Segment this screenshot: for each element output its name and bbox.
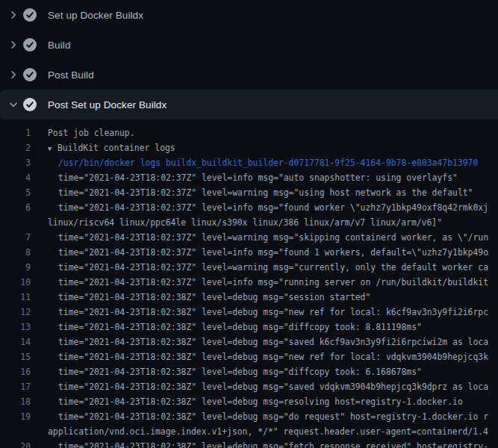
log-line-number[interactable]: 17 bbox=[0, 379, 31, 394]
log-line-text: time="2021-04-23T18:02:37Z" level=info m… bbox=[58, 245, 488, 260]
log-line-number[interactable]: 3 bbox=[0, 155, 31, 170]
log-line-text: /usr/bin/docker logs buildx_buildkit_bui… bbox=[58, 155, 478, 170]
log-line: linux/riscv64 linux/ppc64le linux/s390x … bbox=[0, 215, 498, 230]
steps-list: Set up Docker Buildx Build P bbox=[0, 0, 498, 119]
log-line-text: time="2021-04-23T18:02:37Z" level=info m… bbox=[58, 200, 488, 215]
log-line: 12 time="2021-04-23T18:02:38Z" level=deb… bbox=[0, 305, 498, 320]
log-line-number[interactable]: 4 bbox=[0, 170, 31, 185]
log-line-number[interactable]: 9 bbox=[0, 260, 31, 275]
log-line: 20 time="2021-04-23T18:02:38Z" level=deb… bbox=[0, 439, 498, 448]
log-line-number[interactable]: 19 bbox=[0, 409, 31, 424]
log-line-text: time="2021-04-23T18:02:38Z" level=debug … bbox=[58, 379, 488, 394]
log-line: 14 time="2021-04-23T18:02:38Z" level=deb… bbox=[0, 335, 498, 349]
log-line: 10 time="2021-04-23T18:02:37Z" level=inf… bbox=[0, 275, 498, 290]
chevron-right-icon[interactable] bbox=[7, 69, 19, 81]
log-line-text: time="2021-04-23T18:02:38Z" level=debug … bbox=[58, 409, 488, 424]
log-line-number[interactable]: 11 bbox=[0, 290, 31, 305]
log-line-text: ▼BuildKit container logs bbox=[48, 140, 175, 155]
step-row-build[interactable]: Build bbox=[0, 30, 498, 60]
step-title: Post Set up Docker Buildx bbox=[48, 99, 166, 111]
log-line-text: time="2021-04-23T18:02:38Z" level=debug … bbox=[58, 290, 370, 305]
log-line: 1 Post job cleanup. bbox=[0, 125, 498, 140]
group-collapse-triangle-icon[interactable]: ▼ bbox=[48, 141, 57, 155]
log-line: 7 time="2021-04-23T18:02:37Z" level=warn… bbox=[0, 230, 498, 245]
log-line: 3 /usr/bin/docker logs buildx_buildkit_b… bbox=[0, 155, 498, 170]
step-row-set-up-docker-buildx[interactable]: Set up Docker Buildx bbox=[0, 0, 498, 30]
log-line-text: time="2021-04-23T18:02:37Z" level=warnin… bbox=[58, 260, 488, 275]
log-line: 17 time="2021-04-23T18:02:38Z" level=deb… bbox=[0, 379, 498, 394]
log-line-number[interactable]: 10 bbox=[0, 275, 31, 290]
log-line: 8 time="2021-04-23T18:02:37Z" level=info… bbox=[0, 245, 498, 260]
log-line-text: time="2021-04-23T18:02:38Z" level=debug … bbox=[58, 335, 488, 349]
log-line-text: time="2021-04-23T18:02:38Z" level=debug … bbox=[58, 349, 488, 364]
log-line: 4 time="2021-04-23T18:02:37Z" level=info… bbox=[0, 170, 498, 185]
log-line-text: application/vnd.oci.image.index.v1+json,… bbox=[48, 424, 488, 439]
actions-log-viewer: Set up Docker Buildx Build P bbox=[0, 0, 498, 448]
chevron-right-icon[interactable] bbox=[7, 9, 19, 21]
check-circle-icon bbox=[23, 8, 37, 22]
log-line-number bbox=[0, 215, 31, 230]
log-line-number[interactable]: 14 bbox=[0, 335, 31, 349]
log-line-text: linux/riscv64 linux/ppc64le linux/s390x … bbox=[48, 215, 442, 230]
step-row-post-set-up-docker-buildx[interactable]: Post Set up Docker Buildx bbox=[0, 90, 498, 119]
check-circle-icon bbox=[23, 98, 37, 111]
log-line-number[interactable]: 15 bbox=[0, 349, 31, 364]
log-line-number bbox=[0, 424, 31, 439]
log-line-text: time="2021-04-23T18:02:38Z" level=debug … bbox=[58, 439, 488, 448]
log-line-text: time="2021-04-23T18:02:38Z" level=debug … bbox=[58, 394, 463, 409]
log-line-text: time="2021-04-23T18:02:37Z" level=info m… bbox=[58, 170, 458, 185]
log-area: 1 Post job cleanup. 2 ▼BuildKit containe… bbox=[0, 119, 498, 448]
log-line: 5 time="2021-04-23T18:02:37Z" level=warn… bbox=[0, 185, 498, 200]
log-line-number[interactable]: 7 bbox=[0, 230, 31, 245]
step-title: Set up Docker Buildx bbox=[48, 10, 143, 21]
log-line-number[interactable]: 1 bbox=[0, 125, 31, 140]
log-line-text: Post job cleanup. bbox=[48, 125, 135, 140]
log-group-header[interactable]: 2 ▼BuildKit container logs bbox=[0, 140, 498, 155]
check-circle-icon bbox=[23, 38, 37, 52]
log-line: 19 time="2021-04-23T18:02:38Z" level=deb… bbox=[0, 409, 498, 424]
log-line: 9 time="2021-04-23T18:02:37Z" level=warn… bbox=[0, 260, 498, 275]
log-line-text: time="2021-04-23T18:02:37Z" level=warnin… bbox=[58, 185, 473, 200]
chevron-right-icon[interactable] bbox=[7, 39, 19, 51]
log-group-title: BuildKit container logs bbox=[57, 143, 175, 153]
log-line-number[interactable]: 2 bbox=[0, 140, 31, 155]
chevron-down-icon[interactable] bbox=[7, 99, 19, 111]
check-circle-icon bbox=[23, 68, 37, 81]
log-line: 15 time="2021-04-23T18:02:38Z" level=deb… bbox=[0, 349, 498, 364]
log-line: 13 time="2021-04-23T18:02:38Z" level=deb… bbox=[0, 320, 498, 335]
log-line: 18 time="2021-04-23T18:02:38Z" level=deb… bbox=[0, 394, 498, 409]
log-line-number[interactable]: 6 bbox=[0, 200, 31, 215]
log-line-text: time="2021-04-23T18:02:38Z" level=debug … bbox=[58, 364, 422, 379]
log-line-number[interactable]: 20 bbox=[0, 439, 31, 448]
log-line-number[interactable]: 8 bbox=[0, 245, 31, 260]
log-line-number[interactable]: 16 bbox=[0, 364, 31, 379]
step-title: Build bbox=[48, 40, 71, 51]
log-line-text: time="2021-04-23T18:02:37Z" level=info m… bbox=[58, 275, 488, 290]
log-line-text: time="2021-04-23T18:02:37Z" level=warnin… bbox=[58, 230, 488, 245]
log-line-number[interactable]: 18 bbox=[0, 394, 31, 409]
log-line-number[interactable]: 5 bbox=[0, 185, 31, 200]
log-line-number[interactable]: 12 bbox=[0, 305, 31, 320]
step-row-post-build[interactable]: Post Build bbox=[0, 60, 498, 90]
log-line: application/vnd.oci.image.index.v1+json,… bbox=[0, 424, 498, 439]
log-line-text: time="2021-04-23T18:02:38Z" level=debug … bbox=[58, 305, 488, 320]
step-title: Post Build bbox=[48, 69, 94, 81]
log-line: 16 time="2021-04-23T18:02:38Z" level=deb… bbox=[0, 364, 498, 379]
log-line-text: time="2021-04-23T18:02:38Z" level=debug … bbox=[58, 320, 422, 335]
log-line: 11 time="2021-04-23T18:02:38Z" level=deb… bbox=[0, 290, 498, 305]
log-line: 6 time="2021-04-23T18:02:37Z" level=info… bbox=[0, 200, 498, 215]
log-line-number[interactable]: 13 bbox=[0, 320, 31, 335]
